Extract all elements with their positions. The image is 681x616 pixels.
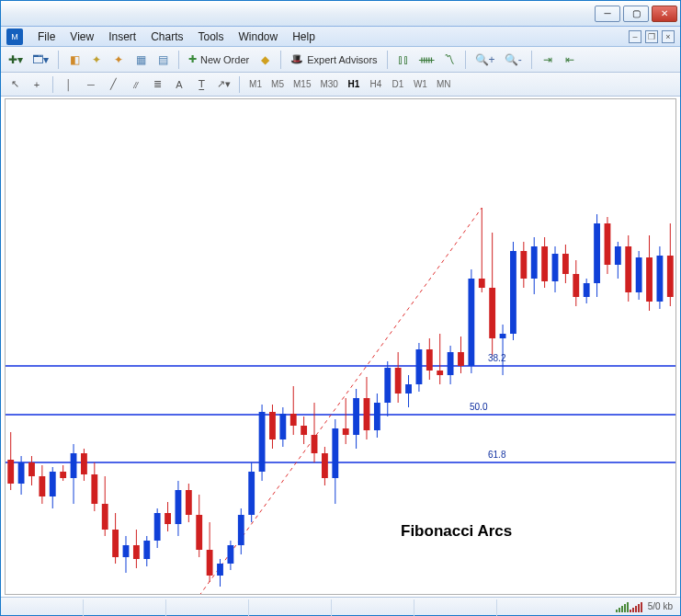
fibonacci-button[interactable]: ≣ (147, 75, 167, 94)
timeframe-m5[interactable]: M5 (267, 75, 288, 94)
candlestick-chart (6, 99, 675, 594)
mdi-minimize-button[interactable]: – (629, 30, 641, 43)
data-window-button[interactable]: ✦ (108, 50, 129, 70)
menu-window[interactable]: Window (232, 29, 286, 45)
svg-rect-115 (584, 283, 590, 297)
mdi-restore-button[interactable]: ❐ (645, 30, 658, 43)
candle-chart-button[interactable]: ᚔ (415, 50, 437, 70)
timeframe-mn[interactable]: MN (433, 75, 455, 94)
status-cell (249, 599, 332, 616)
timeframe-h4[interactable]: H4 (366, 75, 386, 94)
svg-rect-41 (196, 515, 202, 550)
svg-rect-77 (384, 368, 391, 403)
svg-rect-9 (28, 462, 35, 476)
text-button[interactable]: A (169, 75, 189, 94)
timeframe-d1[interactable]: D1 (388, 75, 408, 94)
expert-advisors-button[interactable]: 🎩Expert Advisors (287, 50, 380, 70)
new-order-label: New Order (200, 54, 249, 65)
profiles-button[interactable]: 🗔▾ (28, 50, 52, 70)
svg-rect-101 (510, 251, 516, 334)
statusbar: 5/0 kb (1, 597, 680, 615)
metaquotes-button[interactable]: ◆ (255, 50, 275, 70)
svg-rect-97 (489, 288, 495, 338)
svg-rect-49 (238, 515, 244, 545)
horizontal-line-button[interactable]: ─ (81, 75, 101, 94)
timeframe-h1[interactable]: H1 (344, 75, 364, 94)
expert-advisors-label: Expert Advisors (307, 54, 377, 65)
equidistant-channel-button[interactable]: ⫽ (125, 75, 145, 94)
text-label-button[interactable]: T̲ (191, 75, 211, 94)
timeframe-m15[interactable]: M15 (289, 75, 314, 94)
svg-rect-121 (615, 246, 621, 265)
svg-rect-93 (468, 279, 474, 366)
svg-rect-15 (60, 472, 66, 478)
svg-rect-61 (301, 426, 307, 435)
svg-rect-95 (479, 279, 485, 288)
svg-rect-109 (552, 254, 559, 281)
signal-bars-icon (616, 601, 642, 612)
svg-rect-107 (541, 246, 548, 281)
status-cell (414, 599, 497, 616)
svg-rect-87 (437, 371, 443, 375)
chart-area[interactable]: Fibonacci Arcs 38.2 50.0 61.8 (5, 98, 676, 595)
svg-rect-89 (448, 352, 454, 375)
autoscroll-button[interactable]: ⇥ (538, 50, 558, 70)
menu-view[interactable]: View (62, 29, 101, 45)
trendline-button[interactable]: ╱ (103, 75, 123, 94)
status-cell (332, 599, 414, 616)
timeframe-m1[interactable]: M1 (245, 75, 266, 94)
menubar: M File View Insert Charts Tools Window H… (1, 27, 680, 47)
status-cell (166, 599, 249, 616)
chart-shift-button[interactable]: ⇤ (560, 50, 580, 70)
svg-rect-73 (364, 398, 370, 430)
navigator-button[interactable]: ✦ (86, 50, 107, 70)
maximize-button[interactable]: ▢ (623, 6, 649, 22)
svg-rect-47 (227, 545, 233, 564)
svg-rect-25 (112, 530, 119, 557)
annotation-label: Fibonacci Arcs (401, 522, 512, 541)
svg-rect-35 (165, 513, 171, 524)
timeframe-m30[interactable]: M30 (316, 75, 341, 94)
svg-rect-45 (217, 564, 223, 576)
svg-rect-55 (269, 412, 276, 439)
svg-rect-83 (416, 349, 423, 384)
status-cell (84, 599, 166, 616)
menu-charts[interactable]: Charts (143, 29, 190, 45)
zoom-in-button[interactable]: 🔍+ (471, 50, 499, 70)
timeframe-w1[interactable]: W1 (410, 75, 431, 94)
new-order-button[interactable]: ✚New Order (185, 50, 253, 70)
menu-file[interactable]: File (30, 29, 62, 45)
svg-rect-129 (656, 256, 663, 302)
svg-rect-81 (405, 384, 412, 394)
svg-rect-63 (312, 435, 318, 453)
strategy-tester-button[interactable]: ▤ (153, 50, 173, 70)
fib-level-1: 38.2 (488, 353, 505, 363)
titlebar: ─ ▢ ✕ (1, 1, 680, 27)
new-chart-button[interactable]: ✚▾ (5, 50, 27, 70)
terminal-button[interactable]: ▦ (131, 50, 151, 70)
crosshair-button[interactable]: + (27, 75, 47, 94)
svg-rect-51 (248, 472, 255, 515)
cursor-button[interactable]: ↖ (5, 75, 25, 94)
menu-tools[interactable]: Tools (191, 29, 232, 45)
vertical-line-button[interactable]: │ (59, 75, 79, 94)
svg-rect-7 (18, 462, 25, 484)
svg-rect-85 (426, 349, 433, 371)
line-chart-button[interactable]: 〽 (439, 50, 460, 70)
menu-help[interactable]: Help (285, 29, 323, 45)
svg-rect-119 (605, 223, 611, 265)
svg-rect-29 (133, 545, 140, 559)
minimize-button[interactable]: ─ (595, 6, 620, 22)
mdi-close-button[interactable]: × (662, 30, 675, 43)
bar-chart-button[interactable]: ⫿⫿ (393, 50, 414, 70)
menu-insert[interactable]: Insert (101, 29, 143, 45)
close-button[interactable]: ✕ (652, 6, 677, 22)
svg-rect-113 (573, 274, 579, 297)
market-watch-button[interactable]: ◧ (64, 50, 85, 70)
svg-rect-53 (259, 412, 266, 472)
svg-rect-123 (625, 246, 631, 292)
svg-rect-131 (667, 256, 674, 297)
svg-rect-21 (91, 474, 97, 504)
arrows-button[interactable]: ↗▾ (213, 75, 233, 94)
zoom-out-button[interactable]: 🔍- (501, 50, 526, 70)
